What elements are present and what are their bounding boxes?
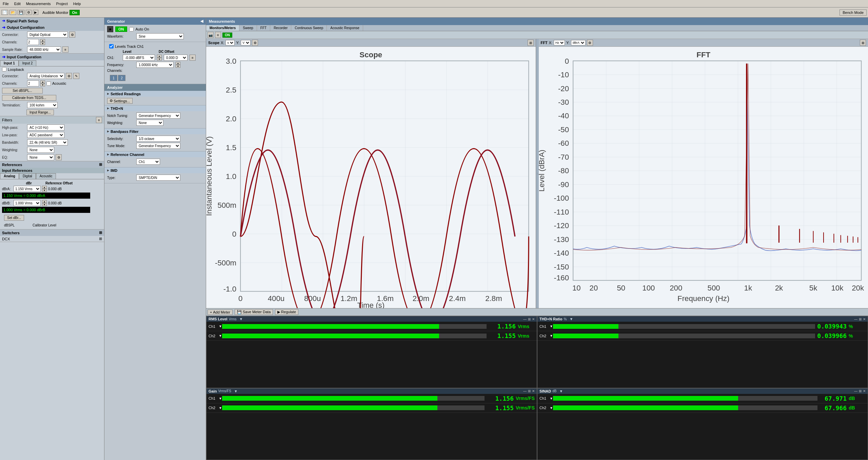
gain-ch2-arrow[interactable]: ▼	[219, 406, 222, 410]
gain-expand-btn[interactable]: ⊞	[528, 389, 531, 393]
references-expand[interactable]: ⊞	[99, 162, 102, 167]
save-meter-btn[interactable]: 💾 Save Meter Data	[235, 309, 273, 315]
tab-fft[interactable]: FFT	[257, 25, 270, 31]
sinad-close-btn[interactable]: ✕	[863, 389, 866, 393]
analog-tab[interactable]: Analog	[0, 173, 19, 179]
tab-recorder[interactable]: Recorder	[270, 25, 291, 31]
rms-close-btn[interactable]: ✕	[532, 317, 535, 321]
notch-select[interactable]: Generator Frequency	[136, 113, 180, 119]
rms-ch1-arrow[interactable]: ▼	[219, 324, 222, 328]
dbrb-spinner[interactable]: ▲ ▼	[42, 200, 47, 206]
bench-mode-button[interactable]: Bench Mode	[840, 9, 867, 16]
ch1-level-up[interactable]: ▲	[157, 55, 162, 58]
digital-tab[interactable]: Digital	[19, 173, 36, 179]
sinad-minimize-btn[interactable]: —	[854, 389, 857, 393]
switchers-expand[interactable]: ⊞	[99, 231, 102, 235]
highpass-select[interactable]: AC (<10 Hz)	[27, 124, 64, 131]
input-channels-input[interactable]	[27, 80, 39, 86]
input-ch-down[interactable]: ▼	[40, 83, 45, 86]
scope-y-select[interactable]: V	[241, 40, 251, 45]
fft-settings-btn[interactable]: ⚙	[587, 40, 593, 46]
auto-on-checkbox[interactable]	[129, 27, 134, 32]
ch1-dc-select[interactable]: 0.000 D	[164, 55, 188, 61]
menu-edit[interactable]: Edit	[12, 1, 23, 6]
bandpass-section[interactable]: ▸ Bandpass Filter	[104, 128, 206, 134]
thdn-close-btn[interactable]: ✕	[863, 317, 866, 321]
sample-rate-btn[interactable]: ≡	[62, 46, 68, 53]
sinad-ch1-arrow[interactable]: ▼	[550, 397, 553, 400]
ch1-level-down[interactable]: ▼	[157, 58, 162, 61]
levels-track-checkbox[interactable]	[109, 44, 114, 48]
rms-minimize-btn[interactable]: —	[523, 317, 527, 321]
fft-expand-btn[interactable]: ⊞	[860, 40, 866, 46]
thdn-ch2-arrow[interactable]: ▼	[550, 334, 553, 338]
scope-expand-btn[interactable]: ⊞	[528, 40, 534, 46]
gain-options-icon[interactable]: ▼	[234, 389, 238, 393]
thdn-ch1-arrow[interactable]: ▼	[550, 324, 553, 328]
rms-ch2-arrow[interactable]: ▼	[219, 334, 222, 338]
thdn-weighting-select[interactable]: None	[136, 120, 163, 126]
run-btn[interactable]: ▶	[33, 10, 38, 15]
dbra-select[interactable]: 1.150 Vrms	[14, 186, 41, 192]
frequency-select[interactable]: 1.00000 kHz	[136, 62, 174, 68]
sinad-ch2-arrow[interactable]: ▼	[550, 406, 553, 410]
channels-down[interactable]: ▼	[40, 42, 45, 45]
set-dbr-btn[interactable]: Set dBr...	[4, 215, 24, 221]
audible-on-button[interactable]: On	[70, 10, 79, 15]
tab-sweep[interactable]: Sweep	[239, 25, 257, 31]
settings-btn[interactable]: ⚙	[26, 10, 32, 15]
imd-type-select[interactable]: SMPTE/DIN	[136, 175, 180, 181]
menu-project[interactable]: Project	[53, 1, 70, 6]
dbrb-select[interactable]: 1.000 Vrms	[14, 200, 41, 206]
input-connector-edit-btn[interactable]: ✎	[73, 73, 79, 79]
ch1-level-select[interactable]: -0.000 dBFS	[123, 55, 155, 61]
channels-spinner[interactable]: ▲ ▼	[40, 39, 45, 45]
freq-spinner[interactable]: ▲ ▼	[176, 62, 180, 68]
sinad-expand-btn[interactable]: ⊞	[859, 389, 862, 393]
ch1-btn[interactable]: 1	[110, 75, 117, 81]
settled-readings-section[interactable]: ▸ Settled Readings	[104, 91, 206, 97]
ch1-more-btn[interactable]: ≡	[190, 55, 196, 61]
selectivity-select[interactable]: 1/3 octave	[136, 136, 180, 142]
eq-settings-btn[interactable]: ⚙	[56, 154, 62, 160]
fft-x-select[interactable]: Hz	[554, 40, 565, 45]
acoustic-checkbox[interactable]	[46, 81, 51, 86]
dbra-up[interactable]: ▲	[42, 186, 47, 189]
channels-up[interactable]: ▲	[40, 39, 45, 42]
new-btn[interactable]: 📄	[1, 10, 8, 15]
tab-acoustic-response[interactable]: Acoustic Response	[327, 25, 363, 31]
gain-ch1-arrow[interactable]: ▼	[219, 397, 222, 400]
thdn-minimize-btn[interactable]: —	[854, 317, 857, 321]
waveform-select[interactable]: Sine	[136, 33, 184, 39]
ch1-level-spinner[interactable]: ▲ ▼	[157, 55, 162, 61]
termination-select[interactable]: 100 kohm	[27, 102, 58, 108]
lowpass-select[interactable]: ADC passband	[27, 132, 64, 138]
gen-power-btn[interactable]: ■	[107, 26, 113, 32]
dbra-spinner[interactable]: ▲ ▼	[42, 186, 47, 192]
open-btn[interactable]: 📂	[9, 10, 16, 15]
menu-measurements[interactable]: Measurements	[23, 1, 54, 6]
dcx-expand[interactable]: ⊞	[99, 237, 102, 241]
add-meter-btn[interactable]: + Add Meter	[208, 309, 233, 315]
input-connector-select[interactable]: Analog Unbalanced	[27, 73, 64, 79]
regulate-btn[interactable]: ▶ Regulate	[275, 309, 298, 315]
fft-y-select[interactable]: dBrA	[571, 40, 586, 45]
channel-select[interactable]: Ch1	[136, 159, 160, 165]
gain-close-btn[interactable]: ✕	[532, 389, 535, 393]
bandwidth-select[interactable]: 22.4k (48 kHz SR)	[27, 139, 68, 145]
imd-section[interactable]: ▸ IMD	[104, 167, 206, 173]
eq-select[interactable]: None	[27, 154, 54, 160]
dbra-down[interactable]: ▼	[42, 189, 47, 192]
save-btn[interactable]: 💾	[18, 10, 24, 15]
meas-on-btn[interactable]: ON	[222, 33, 232, 38]
tab-monitors-meters[interactable]: Monitors/Meters	[206, 25, 239, 31]
analyzer-settings-btn[interactable]: ⚙ Settings...	[107, 98, 133, 104]
menu-help[interactable]: Help	[71, 1, 84, 6]
rms-options-icon[interactable]: ▼	[239, 317, 243, 321]
dbrb-down[interactable]: ▼	[42, 203, 47, 206]
sample-rate-select[interactable]: 48.0000 kHz	[27, 46, 61, 53]
sinad-options-icon[interactable]: ▼	[559, 389, 563, 393]
input-channels-spinner[interactable]: ▲ ▼	[40, 80, 45, 86]
input2-tab[interactable]: Input 2	[19, 60, 37, 66]
rms-expand-btn[interactable]: ⊞	[528, 317, 531, 321]
